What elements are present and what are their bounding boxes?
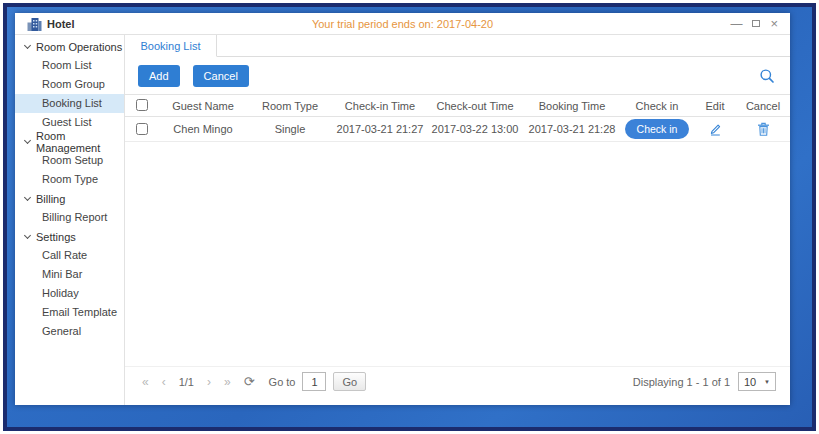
sidebar-group-label: Room Operations: [36, 41, 122, 53]
pagination-bar: « ‹ 1/1 › » ⟳ Go to Go Displaying 1 - 1 …: [125, 366, 790, 396]
sidebar-item-room-list[interactable]: Room List: [15, 56, 124, 75]
sidebar-group-room-operations[interactable]: Room Operations: [15, 37, 124, 56]
sidebar-item-mini-bar[interactable]: Mini Bar: [15, 265, 124, 284]
select-all-column: [125, 99, 159, 113]
column-edit[interactable]: Edit: [693, 100, 737, 112]
main-panel: Booking List Add Cancel: [125, 35, 790, 405]
sidebar-group-settings[interactable]: Settings: [15, 227, 124, 246]
first-page-button[interactable]: «: [139, 376, 152, 388]
trash-icon: [757, 122, 770, 136]
column-check-in[interactable]: Check in: [621, 100, 693, 112]
delete-button[interactable]: [755, 120, 772, 138]
trial-notice: Your trial period ends on: 2017-04-20: [15, 18, 790, 30]
add-button[interactable]: Add: [138, 65, 180, 87]
search-icon: [759, 68, 775, 84]
sidebar-group-label: Settings: [36, 231, 76, 243]
next-page-button[interactable]: ›: [204, 376, 214, 388]
close-button[interactable]: ×: [770, 17, 778, 30]
refresh-icon[interactable]: ⟳: [241, 375, 258, 388]
tab-booking-list[interactable]: Booking List: [125, 35, 217, 57]
page-size-select[interactable]: 10 ▼: [738, 372, 776, 391]
cell-guest-name: Chen Mingo: [159, 123, 247, 135]
prev-page-button[interactable]: ‹: [159, 376, 169, 388]
hotel-logo-icon: [27, 17, 42, 31]
chevron-down-icon: [24, 136, 31, 143]
pagination-right: Displaying 1 - 1 of 1 10 ▼: [633, 372, 776, 391]
goto-page-input[interactable]: [302, 372, 326, 391]
sidebar-group-room-management[interactable]: Room Management: [15, 132, 124, 151]
go-button[interactable]: Go: [333, 372, 366, 391]
sidebar-item-room-type[interactable]: Room Type: [15, 170, 124, 189]
table-header: Guest Name Room Type Check-in Time Check…: [125, 94, 790, 117]
sidebar-item-call-rate[interactable]: Call Rate: [15, 246, 124, 265]
sidebar-item-room-setup[interactable]: Room Setup: [15, 151, 124, 170]
page-size-value: 10: [744, 376, 756, 388]
row-checkbox[interactable]: [136, 123, 148, 135]
column-check-out-time[interactable]: Check-out Time: [427, 100, 523, 112]
edit-button[interactable]: [706, 120, 724, 138]
column-room-type[interactable]: Room Type: [247, 100, 333, 112]
sidebar-item-room-group[interactable]: Room Group: [15, 75, 124, 94]
cancel-button[interactable]: Cancel: [193, 65, 249, 87]
check-in-button[interactable]: Check in: [625, 119, 690, 139]
screen-frame: Your trial period ends on: 2017-04-20 Ho…: [3, 3, 816, 431]
app-identity: Hotel: [27, 17, 75, 31]
column-booking-time[interactable]: Booking Time: [523, 100, 621, 112]
sidebar-group-label: Room Management: [36, 130, 124, 154]
maximize-button[interactable]: [752, 20, 760, 27]
toolbar: Add Cancel: [125, 57, 790, 94]
column-cancel[interactable]: Cancel: [737, 100, 789, 112]
row-select-cell: [125, 123, 159, 135]
cell-check-out-time: 2017-03-22 13:00: [427, 123, 523, 135]
last-page-button[interactable]: »: [221, 376, 234, 388]
column-guest-name[interactable]: Guest Name: [159, 100, 247, 112]
table-empty-area: [125, 142, 790, 366]
goto-label: Go to: [269, 376, 296, 388]
select-all-checkbox[interactable]: [136, 99, 148, 111]
pencil-edit-icon: [708, 122, 722, 136]
sidebar-item-booking-list[interactable]: Booking List: [15, 94, 124, 113]
chevron-down-icon: ▼: [764, 379, 770, 385]
sidebar-group-label: Billing: [36, 193, 65, 205]
page-indicator: 1/1: [176, 376, 197, 388]
tab-strip: Booking List: [125, 35, 790, 57]
app-window: Your trial period ends on: 2017-04-20 Ho…: [15, 13, 790, 405]
chevron-down-icon: [24, 41, 31, 48]
search-button[interactable]: [757, 66, 777, 86]
sidebar-item-email-template[interactable]: Email Template: [15, 303, 124, 322]
column-check-in-time[interactable]: Check-in Time: [333, 100, 427, 112]
titlebar: Your trial period ends on: 2017-04-20 Ho…: [15, 13, 790, 35]
desktop-background: Your trial period ends on: 2017-04-20 Ho…: [7, 7, 812, 427]
table-row: Chen Mingo Single 2017-03-21 21:27 2017-…: [125, 117, 790, 142]
displaying-status: Displaying 1 - 1 of 1: [633, 376, 730, 388]
chevron-down-icon: [24, 193, 31, 200]
window-controls: — ×: [730, 17, 778, 30]
sidebar-group-billing[interactable]: Billing: [15, 189, 124, 208]
sidebar: Room Operations Room List Room Group Boo…: [15, 35, 125, 405]
cell-room-type: Single: [247, 123, 333, 135]
sidebar-item-billing-report[interactable]: Billing Report: [15, 208, 124, 227]
minimize-button[interactable]: —: [730, 18, 742, 30]
sidebar-item-general[interactable]: General: [15, 322, 124, 341]
app-title: Hotel: [47, 18, 75, 30]
sidebar-item-holiday[interactable]: Holiday: [15, 284, 124, 303]
cell-booking-time: 2017-03-21 21:28: [523, 123, 621, 135]
cell-check-in-time: 2017-03-21 21:27: [333, 123, 427, 135]
chevron-down-icon: [24, 231, 31, 238]
